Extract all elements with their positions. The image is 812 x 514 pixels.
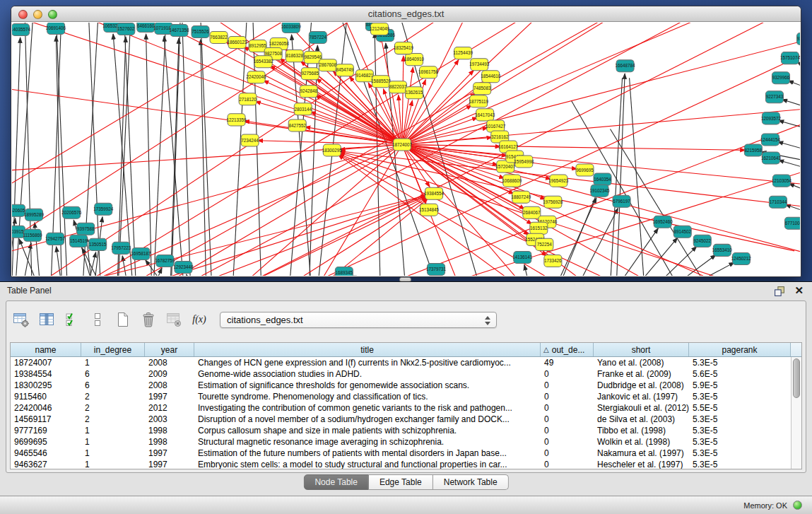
table-cell-name[interactable]: 14569117	[11, 414, 81, 425]
table-cell-pagerank[interactable]: 5.3E-5	[689, 459, 801, 469]
float-panel-icon[interactable]	[774, 286, 785, 297]
table-row[interactable]: 911546021997Tourette syndrome. Phenomeno…	[11, 391, 801, 402]
table-cell-title[interactable]: Estimation of significance thresholds fo…	[194, 380, 541, 391]
column-header-title[interactable]: title	[194, 343, 541, 356]
table-cell-in_degree[interactable]: 2	[81, 402, 145, 414]
table-cell-name[interactable]: 18300295	[11, 380, 81, 391]
table-cell-out_degree[interactable]: 0	[541, 368, 594, 380]
table-cell-year[interactable]: 2008	[145, 380, 194, 391]
column-header-out_degree[interactable]: △out_de...	[541, 343, 594, 356]
table-cell-out_degree[interactable]: 0	[541, 425, 594, 436]
table-cell-in_degree[interactable]: 2	[81, 391, 145, 402]
table-cell-short[interactable]: Nakamura et al. (1997)	[594, 448, 689, 459]
table-row[interactable]: 946362711997Embryonic stem cells: a mode…	[11, 459, 801, 469]
table-cell-pagerank[interactable]: 5.3E-5	[689, 391, 801, 402]
table-selector-dropdown[interactable]: citations_edges.txt	[220, 312, 497, 328]
table-cell-name[interactable]: 19384554	[11, 368, 81, 380]
table-cell-year[interactable]: 2003	[145, 414, 194, 425]
table-cell-pagerank[interactable]: 5.9E-5	[689, 380, 801, 391]
table-cell-year[interactable]: 1997	[145, 391, 194, 402]
table-cell-title[interactable]: Tourette syndrome. Phenomenology and cla…	[194, 391, 541, 402]
table-cell-year[interactable]: 2012	[145, 402, 194, 414]
delete-table-icon[interactable]	[165, 310, 183, 329]
memory-status-icon[interactable]	[793, 501, 802, 510]
select-all-icon[interactable]	[63, 310, 81, 329]
table-cell-in_degree[interactable]: 1	[81, 459, 145, 469]
vertical-scrollbar[interactable]	[791, 357, 801, 469]
table-cell-title[interactable]: Structural magnetic resonance image aver…	[194, 436, 541, 448]
table-cell-in_degree[interactable]: 2	[81, 414, 145, 425]
table-cell-title[interactable]: Changes of HCN gene expression and I(f) …	[194, 357, 541, 368]
function-builder-icon[interactable]: f(x)	[190, 310, 208, 329]
table-cell-name[interactable]: 9465546	[11, 448, 81, 459]
table-cell-year[interactable]: 2008	[145, 357, 194, 368]
table-cell-out_degree[interactable]: 0	[541, 380, 594, 391]
table-cell-short[interactable]: Tibbo et al. (1998)	[594, 425, 689, 436]
table-cell-name[interactable]: 9777169	[11, 425, 81, 436]
delete-icon[interactable]	[139, 310, 158, 329]
table-cell-out_degree[interactable]: 49	[541, 357, 594, 368]
table-cell-in_degree[interactable]: 1	[81, 436, 145, 448]
table-cell-out_degree[interactable]: 0	[541, 459, 594, 469]
table-cell-title[interactable]: Genome-wide association studies in ADHD.	[194, 368, 541, 380]
table-cell-short[interactable]: Wolkin et al. (1998)	[594, 436, 689, 448]
show-columns-icon[interactable]	[37, 310, 56, 329]
table-cell-short[interactable]: Dudbridge et al. (2008)	[594, 380, 689, 391]
table-cell-in_degree[interactable]: 6	[81, 380, 145, 391]
table-cell-short[interactable]: Jankovic et al. (1997)	[594, 391, 689, 402]
new-object-icon[interactable]	[114, 310, 132, 329]
table-cell-title[interactable]: Estimation of the future numbers of pati…	[194, 448, 541, 459]
column-header-year[interactable]: year	[145, 343, 194, 356]
table-cell-short[interactable]: Yano et al. (2008)	[594, 357, 689, 368]
table-cell-title[interactable]: Disruption of a novel member of a sodium…	[194, 414, 541, 425]
close-panel-icon[interactable]: ✕	[794, 284, 804, 297]
table-cell-short[interactable]: de Silva et al. (2003)	[594, 414, 689, 425]
table-cell-pagerank[interactable]: 5.3E-5	[689, 436, 801, 448]
table-cell-out_degree[interactable]: 0	[541, 391, 594, 402]
tab-network-table[interactable]: Network Table	[433, 474, 509, 490]
table-cell-short[interactable]: Hescheler et al. (1997)	[594, 459, 689, 469]
table-cell-pagerank[interactable]: 5.3E-5	[689, 414, 801, 425]
table-cell-name[interactable]: 22420046	[11, 402, 81, 414]
window-titlebar[interactable]: citations_edges.txt	[11, 6, 801, 22]
table-cell-name[interactable]: 9699695	[11, 436, 81, 448]
table-cell-name[interactable]: 18724007	[11, 357, 81, 368]
table-row[interactable]: 969969511998Structural magnetic resonanc…	[11, 436, 801, 448]
table-row[interactable]: 1872400712008Changes of HCN gene express…	[11, 357, 801, 368]
table-cell-pagerank[interactable]: 5.6E-5	[689, 368, 801, 380]
table-cell-out_degree[interactable]: 0	[541, 414, 594, 425]
table-cell-pagerank[interactable]: 5.5E-5	[689, 402, 801, 414]
table-row[interactable]: 2242004622012Investigating the contribut…	[11, 402, 801, 414]
table-row[interactable]: 1830029562008Estimation of significance …	[11, 380, 801, 391]
table-cell-short[interactable]: Stergiakouli et al. (2012)	[594, 402, 689, 414]
table-row[interactable]: 1456911722003Disruption of a novel membe…	[11, 414, 801, 425]
table-cell-title[interactable]: Corpus callosum shape and size in male p…	[194, 425, 541, 436]
deselect-all-icon[interactable]	[88, 310, 107, 329]
table-cell-in_degree[interactable]: 1	[81, 448, 145, 459]
table-cell-name[interactable]: 9115460	[11, 391, 81, 402]
network-canvas[interactable]: 1403557420691406106532871527602646616010…	[12, 23, 800, 276]
table-cell-year[interactable]: 1998	[145, 436, 194, 448]
column-header-in_degree[interactable]: in_degree	[81, 343, 145, 356]
table-cell-pagerank[interactable]: 5.3E-5	[689, 425, 801, 436]
tab-node-table[interactable]: Node Table	[303, 474, 369, 490]
table-cell-title[interactable]: Embryonic stem cells: a model to study s…	[194, 459, 541, 469]
table-cell-year[interactable]: 1997	[145, 459, 194, 469]
table-cell-pagerank[interactable]: 5.3E-5	[689, 448, 801, 459]
table-row[interactable]: 977716911998Corpus callosum shape and si…	[11, 425, 801, 436]
table-cell-short[interactable]: Franke et al. (2009)	[594, 368, 689, 380]
table-cell-year[interactable]: 1997	[145, 448, 194, 459]
column-header-pagerank[interactable]: pagerank	[689, 343, 791, 356]
column-header-short[interactable]: short	[594, 343, 689, 356]
table-row[interactable]: 1938455462009Genome-wide association stu…	[11, 368, 801, 380]
table-cell-in_degree[interactable]: 1	[81, 357, 145, 368]
scrollbar-thumb[interactable]	[793, 358, 800, 398]
table-cell-title[interactable]: Investigating the contribution of common…	[194, 402, 541, 414]
table-cell-in_degree[interactable]: 1	[81, 425, 145, 436]
table-cell-year[interactable]: 2009	[145, 368, 194, 380]
table-cell-name[interactable]: 9463627	[11, 459, 81, 469]
table-cell-year[interactable]: 1998	[145, 425, 194, 436]
table-row[interactable]: 946554611997Estimation of the future num…	[11, 448, 801, 459]
table-cell-out_degree[interactable]: 0	[541, 448, 594, 459]
table-cell-out_degree[interactable]: 0	[541, 402, 594, 414]
